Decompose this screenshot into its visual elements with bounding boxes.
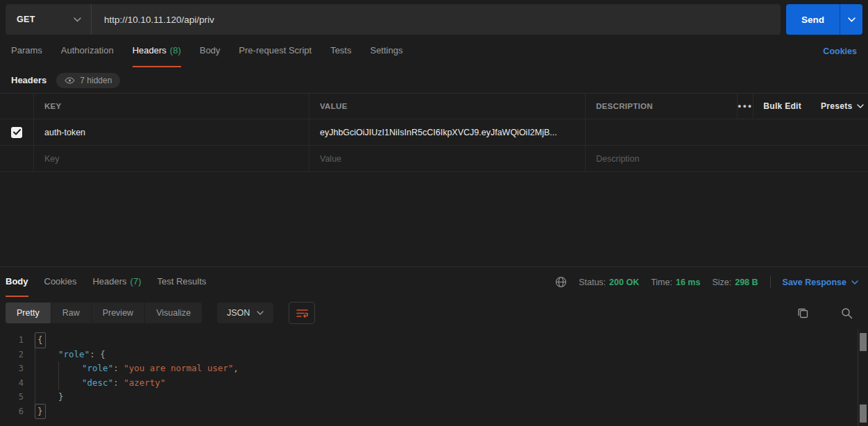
json-string: "azerty" (124, 376, 165, 391)
json-punct[interactable]: } (35, 404, 46, 420)
line-number: 5 (0, 390, 35, 404)
cookies-link[interactable]: Cookies (823, 46, 857, 56)
tab-settings[interactable]: Settings (370, 35, 402, 67)
time-label: Time: (651, 278, 672, 287)
time-stat: Time: 16 ms (651, 278, 700, 287)
header-description-cell[interactable] (585, 119, 868, 145)
response-meta: Status: 200 OK Time: 16 ms Size: 298 B S… (555, 267, 858, 297)
header-row-auth-token: auth-token eyJhbGciOiJIUzI1NiIsInR5cCI6I… (0, 119, 868, 146)
tab-body[interactable]: Body (200, 35, 221, 67)
more-options-icon[interactable]: ●●● (738, 94, 754, 119)
headers-table: KEY VALUE DESCRIPTION ●●● Bulk Edit Pres… (0, 93, 868, 172)
json-punct[interactable]: { (35, 332, 46, 348)
json-punct: : { (90, 348, 105, 362)
status-value: 200 OK (609, 278, 639, 287)
chevron-down-icon (257, 311, 264, 315)
presets-button[interactable]: Presets (811, 94, 868, 119)
chevron-down-icon (74, 17, 81, 22)
scrollbar-thumb[interactable] (860, 404, 867, 423)
view-mode-pretty[interactable]: Pretty (6, 303, 51, 323)
indent-guide (35, 376, 58, 391)
tab-authorization[interactable]: Authorization (61, 35, 114, 67)
description-placeholder-input[interactable]: Description (585, 146, 868, 171)
header-key-cell[interactable]: auth-token (33, 119, 309, 145)
search-icon (841, 307, 853, 319)
indent-guide (58, 361, 82, 376)
key-placeholder-input[interactable]: Key (33, 146, 309, 171)
indent-guide (35, 361, 58, 376)
column-header-description: DESCRIPTION (585, 94, 737, 119)
copy-response-button[interactable] (797, 307, 809, 319)
header-value-cell[interactable]: eyJhbGciOiJIUzI1NiIsInR5cCI6IkpXVCJ9.eyJ… (309, 119, 585, 145)
response-tabs: Body Cookies Headers(7) Test Results Sta… (0, 267, 868, 297)
tab-pre-request-script[interactable]: Pre-request Script (239, 35, 312, 67)
search-response-button[interactable] (841, 307, 853, 319)
code-line: 5 } (0, 390, 868, 404)
view-mode-switcher: Pretty Raw Preview Visualize (6, 303, 202, 323)
code-line: 1 { (0, 333, 868, 348)
wrap-text-button[interactable] (289, 302, 315, 324)
language-select[interactable]: JSON (217, 303, 273, 323)
network-globe-icon[interactable] (555, 276, 567, 288)
save-response-button[interactable]: Save Response (783, 278, 858, 287)
hidden-headers-toggle[interactable]: 7 hidden (56, 73, 120, 88)
divider (770, 276, 771, 289)
tab-params[interactable]: Params (11, 35, 42, 67)
url-input[interactable]: http://10.10.11.120/api/priv (92, 4, 781, 35)
line-number: 6 (0, 404, 35, 419)
url-input-group: GET http://10.10.11.120/api/priv (6, 4, 781, 35)
check-icon (13, 129, 21, 135)
json-punct: : (113, 376, 124, 391)
tab-headers[interactable]: Headers(8) (133, 35, 181, 67)
empty-region (0, 172, 868, 266)
size-value: 298 B (735, 278, 758, 287)
postman-window: GET http://10.10.11.120/api/priv Send Pa… (0, 0, 868, 426)
request-url-bar: GET http://10.10.11.120/api/priv Send (0, 0, 868, 35)
response-view-toolbar: Pretty Raw Preview Visualize JSON (0, 297, 868, 329)
response-tab-body[interactable]: Body (6, 267, 28, 297)
response-tab-headers[interactable]: Headers(7) (92, 267, 141, 297)
code-line: 2 "role": { (0, 348, 868, 362)
send-options-button[interactable] (840, 4, 862, 35)
view-mode-raw[interactable]: Raw (51, 303, 91, 323)
row-checkbox-checked[interactable] (11, 127, 22, 138)
view-mode-preview[interactable]: Preview (91, 303, 144, 323)
response-tab-cookies[interactable]: Cookies (44, 267, 77, 297)
eye-icon (65, 77, 75, 84)
code-line: 3 "role": "you are normal user", (0, 361, 868, 376)
scrollbar-track[interactable] (858, 329, 868, 426)
chevron-down-icon (851, 280, 858, 284)
tab-tests[interactable]: Tests (330, 35, 351, 67)
select-all-cell (0, 94, 33, 119)
response-headers-count-badge: (7) (130, 276, 142, 287)
json-punct: : (113, 361, 124, 376)
json-punct: , (233, 361, 239, 376)
send-button[interactable]: Send (786, 4, 840, 35)
bulk-edit-button[interactable]: Bulk Edit (754, 94, 811, 119)
size-label: Size: (712, 278, 731, 287)
scrollbar-thumb[interactable] (860, 333, 867, 351)
checkbox-cell (0, 119, 33, 145)
response-panel: Body Cookies Headers(7) Test Results Sta… (0, 266, 868, 426)
line-number: 4 (0, 376, 35, 391)
response-tab-test-results[interactable]: Test Results (158, 267, 207, 297)
json-key: "role" (58, 348, 90, 362)
headers-subheader: Headers 7 hidden (0, 67, 868, 93)
copy-icon (797, 307, 809, 319)
headers-table-header-row: KEY VALUE DESCRIPTION ●●● Bulk Edit Pres… (0, 94, 868, 119)
headers-section-title: Headers (11, 75, 46, 85)
value-placeholder-input[interactable]: Value (309, 146, 585, 171)
method-label: GET (17, 15, 35, 24)
json-string: "you are normal user" (124, 361, 233, 376)
json-key: "role" (82, 361, 113, 376)
indent-guide (35, 348, 58, 362)
json-punct: } (58, 390, 64, 404)
chevron-down-icon (857, 104, 864, 108)
line-number: 3 (0, 361, 35, 376)
view-mode-visualize[interactable]: Visualize (144, 303, 202, 323)
response-body-editor[interactable]: 1 { 2 "role": { 3 "role": "you are norma… (0, 329, 868, 426)
code-line: 6 } (0, 404, 868, 419)
indent-guide (58, 376, 82, 391)
method-select[interactable]: GET (6, 4, 92, 35)
language-label: JSON (227, 308, 250, 318)
